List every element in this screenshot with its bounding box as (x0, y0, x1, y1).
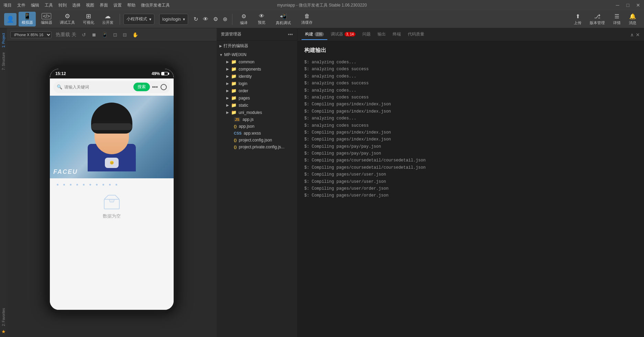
menu-item-help[interactable]: 帮助 (127, 2, 135, 8)
opened-editors-label: 打开的编辑器 (223, 43, 248, 49)
maximize-button[interactable]: □ (625, 3, 630, 8)
simulator-btn[interactable]: 📱 模拟器 (19, 12, 36, 27)
cloud-btn[interactable]: ☁ 云开发 (99, 12, 116, 27)
sticker: 😊 (105, 158, 119, 168)
editor-btn[interactable]: </> 编辑器 (38, 12, 55, 27)
opened-editors-header[interactable]: ▶ 打开的编辑器 (217, 42, 297, 50)
file-project-config[interactable]: {} project.config.json (217, 137, 297, 144)
folder-components[interactable]: ▶ 📁 components (217, 65, 297, 73)
layers-btn[interactable]: ⊛ (221, 14, 229, 24)
search-input[interactable] (64, 85, 131, 89)
collapse-panel-btn[interactable]: ∧ (630, 32, 634, 38)
reload-icon[interactable]: ↺ (80, 31, 87, 38)
tab-output[interactable]: 输出 (374, 29, 389, 40)
path-dropdown[interactable]: login/login ▾ (159, 14, 188, 25)
main-content: 1: Project 7: Structure 2: Favorites ★ i… (0, 28, 644, 337)
sidebar-item-structure[interactable]: 7: Structure (1, 50, 6, 72)
menu-item-goto[interactable]: 转到 (58, 2, 67, 8)
compile-btn[interactable]: ⚙ 编译 (236, 12, 252, 27)
settings-btn[interactable]: ⚙ (212, 14, 219, 24)
log-line-9: $: analyzing codes success (304, 122, 637, 129)
file-project-private-config[interactable]: {} project.private.config.js... (217, 144, 297, 150)
folder-icon-pages: 📁 (231, 95, 237, 101)
folder-static[interactable]: ▶ 📁 static (217, 102, 297, 109)
phone-status-right: 49% (152, 71, 168, 76)
refresh-btn[interactable]: ↻ (192, 14, 199, 24)
json-icon-1: {} (234, 124, 237, 128)
folder-login[interactable]: ▶ 📁 login (217, 80, 297, 87)
visualize-btn[interactable]: ⊞ 可视化 (80, 12, 97, 27)
star-icon[interactable]: ★ (1, 329, 6, 334)
folder-identity[interactable]: ▶ 📁 identity (217, 73, 297, 80)
folder-icon-static: 📁 (231, 103, 237, 108)
file-app-wxss[interactable]: CSS app.wxss (217, 130, 297, 137)
tab-code-quality[interactable]: 代码质量 (404, 29, 428, 40)
minimize-button[interactable]: ─ (615, 3, 620, 8)
menu-item-settings[interactable]: 设置 (113, 2, 122, 8)
battery-icon (161, 72, 168, 75)
more-icons: ••• (152, 84, 167, 90)
menu-item-edit[interactable]: 编辑 (31, 2, 39, 8)
real-debug-btn[interactable]: 📲 真机调试 (272, 12, 295, 27)
folder-name-static: static (239, 103, 248, 108)
split-icon[interactable]: ⊟ (121, 31, 128, 38)
dot-6 (89, 184, 91, 186)
search-button[interactable]: 搜索 (133, 83, 150, 91)
folder-common[interactable]: ▶ 📁 common (217, 58, 297, 65)
build-output-title: 构建输出 (304, 47, 637, 54)
folder-name-order: order (239, 88, 248, 93)
folder-uni-modules[interactable]: ▶ 📁 uni_modules (217, 109, 297, 116)
folder-name-identity: identity (239, 74, 252, 79)
device-selector[interactable]: iPhone X 85% 16 (10, 31, 52, 38)
hotreload-btn[interactable]: 热重载 关 (54, 31, 78, 39)
preview-btn[interactable]: 👁 预览 (254, 12, 270, 27)
file-app-js[interactable]: JS app.js (217, 116, 297, 123)
file-tree-panel: 资源管理器 ••• ▶ 打开的编辑器 ▼ MP-WEIXIN (217, 28, 297, 337)
dot-7 (96, 184, 98, 186)
more-options-icon[interactable]: ••• (288, 32, 293, 37)
menu-item-wechat-tools[interactable]: 微信开发者工具 (141, 2, 170, 8)
record-button[interactable] (161, 84, 167, 90)
folder-pages[interactable]: ▶ 📁 pages (217, 94, 297, 102)
mp-weixin-header[interactable]: ▼ MP-WEIXIN (217, 51, 297, 58)
message-btn[interactable]: 🔔 消息 (625, 12, 640, 27)
tab-terminal[interactable]: 终端 (389, 29, 404, 40)
touch-icon[interactable]: ✋ (131, 31, 140, 38)
title-bar: 项目 文件 编辑 工具 转到 选择 视图 界面 设置 帮助 微信开发者工具 my… (0, 0, 644, 10)
close-button[interactable]: ✕ (636, 3, 641, 8)
tab-problems[interactable]: 问题 (359, 29, 374, 40)
tab-debugger[interactable]: 调试器 3, 14 (327, 29, 359, 40)
tab-build[interactable]: 构建 236 (302, 29, 327, 40)
version-btn[interactable]: ⎇ 版本管理 (586, 12, 608, 27)
simulator-screen: 15:12 49% 🔍 (7, 41, 217, 337)
clear-cache-btn[interactable]: 🗑 清缓存 (297, 12, 317, 27)
stop-icon[interactable]: ⏹ (90, 31, 98, 38)
phone-search-bar[interactable]: 🔍 搜索 ••• (53, 81, 170, 93)
portrait-icon[interactable]: 📱 (100, 31, 109, 38)
menu-item-file[interactable]: 文件 (17, 2, 25, 8)
mode-dropdown[interactable]: 小程序模式 ▾ (123, 14, 154, 25)
menu-item-ui[interactable]: 界面 (100, 2, 108, 8)
preview-eye-btn[interactable]: 👁 (201, 15, 210, 24)
upload-btn[interactable]: ⬆ 上传 (570, 12, 585, 27)
landscape-icon[interactable]: ⊡ (112, 31, 119, 38)
log-line-1: $: analyzing codes success (304, 66, 637, 73)
file-app-json[interactable]: {} app.json (217, 123, 297, 130)
sidebar-item-project[interactable]: 1: Project (1, 31, 6, 50)
menu-item-select[interactable]: 选择 (72, 2, 80, 8)
detail-btn[interactable]: ☰ 详情 (610, 12, 624, 27)
menu-item-view[interactable]: 视图 (86, 2, 94, 8)
close-panel-btn[interactable]: ✕ (636, 32, 640, 38)
sidebar-item-favorites[interactable]: 2: Favorites (1, 306, 6, 328)
menu-item-tools[interactable]: 工具 (45, 2, 53, 8)
debugger-btn[interactable]: ⚙ 调试工具 (57, 12, 78, 27)
folder-icon-identity: 📁 (231, 74, 237, 79)
log-line-8: $: analyzing codes... (304, 115, 637, 122)
folder-icon-components: 📁 (231, 66, 237, 72)
file-tree-actions: ••• (288, 32, 293, 37)
toolbar-right: ⬆ 上传 ⎇ 版本管理 ☰ 详情 🔔 消息 (570, 12, 640, 27)
more-dots-icon[interactable]: ••• (152, 84, 158, 90)
menu-item-project[interactable]: 项目 (3, 2, 12, 8)
folder-order[interactable]: ▶ 📁 order (217, 87, 297, 94)
window-controls: ─ □ ✕ (615, 3, 641, 8)
